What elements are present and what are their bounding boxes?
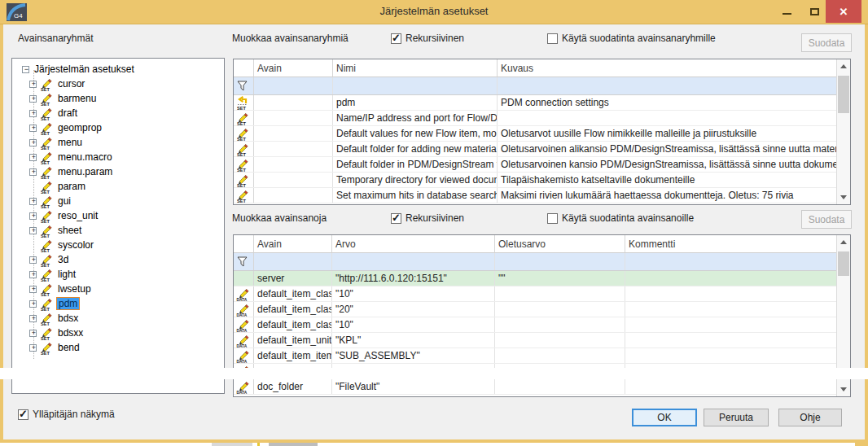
keywords-filter-button[interactable]: Suodata xyxy=(801,210,852,229)
column-header-kommentti[interactable]: Kommentti xyxy=(625,235,838,253)
table-row[interactable]: SETpdmPDM connection settings xyxy=(234,95,850,111)
set-pencil-icon: SET xyxy=(40,297,54,311)
expand-icon[interactable]: + xyxy=(29,315,37,322)
table-cell xyxy=(254,142,333,156)
tree-item-reso_unit[interactable]: + SETreso_unit xyxy=(12,208,224,223)
help-button[interactable]: Ohje xyxy=(778,409,842,426)
table-cell xyxy=(625,271,838,286)
groups-recursive-checkbox[interactable]: ✓ Rekursiivinen xyxy=(391,33,464,44)
table-row[interactable]: DATAdefault_item_unit"KPL" xyxy=(234,333,850,348)
tree-item-cursor[interactable]: + SETcursor xyxy=(12,77,224,91)
column-header-avain[interactable]: Avain xyxy=(254,59,333,77)
table-row[interactable]: DATAdefault_item_item..."SUB_ASSEMBLY" xyxy=(234,348,850,364)
expand-icon[interactable]: + xyxy=(29,286,37,293)
checkbox-box: ✓ xyxy=(391,33,401,44)
tree-item-light[interactable]: + SETlight xyxy=(12,267,224,282)
table-row[interactable]: DATAdoc_folder"FileVault" xyxy=(234,379,850,395)
filter-row[interactable] xyxy=(234,253,850,271)
table-row[interactable]: server"http://111.6.0.120:15151""" xyxy=(234,271,850,286)
keywords-filter-checkbox[interactable]: Käytä suodatinta avainsanoille xyxy=(547,213,694,224)
table-row[interactable]: SETDefault folder for adding new materia… xyxy=(234,142,850,157)
collapse-icon[interactable]: − xyxy=(22,66,29,73)
keywords-recursive-checkbox[interactable]: ✓ Rekursiivinen xyxy=(391,213,464,224)
scroll-down-icon[interactable] xyxy=(840,387,847,391)
table-row[interactable]: DATAdefault_item_class..."10" xyxy=(234,317,850,333)
table-cell: Default folder for adding new material i… xyxy=(333,142,498,156)
scroll-thumb[interactable] xyxy=(838,76,849,113)
expand-icon[interactable]: + xyxy=(29,198,37,205)
column-header-avain[interactable]: Avain xyxy=(254,235,332,253)
column-header-oletusarvo[interactable]: Oletusarvo xyxy=(495,235,625,253)
filter-row[interactable] xyxy=(234,77,850,95)
set-pencil-icon: SET xyxy=(40,165,54,179)
expand-icon[interactable]: + xyxy=(29,81,37,88)
icon-column-header[interactable] xyxy=(234,59,254,77)
keyword-group-tree[interactable]: − Järjestelmän asetukset + SETcursor+ SE… xyxy=(11,58,225,394)
minimize-button[interactable] xyxy=(774,0,800,23)
table-row[interactable]: DATAdefault_item_class..."20" xyxy=(234,302,850,317)
expand-icon[interactable]: + xyxy=(29,256,37,264)
tree-item-menu[interactable]: + SETmenu xyxy=(12,135,224,150)
table-cell: pdm xyxy=(333,95,498,110)
tree-item-pdm[interactable]: + SETpdm xyxy=(12,296,224,311)
close-button[interactable]: ✕ xyxy=(826,0,861,23)
scroll-up-icon[interactable] xyxy=(840,240,847,244)
svg-text:SET: SET xyxy=(237,106,246,111)
expand-icon[interactable]: + xyxy=(29,271,37,278)
table-row[interactable]: SETTemporary directory for viewed docume… xyxy=(234,173,850,188)
tree-item-menu.macro[interactable]: + SETmenu.macro xyxy=(12,150,224,164)
table-row[interactable]: DATAdefault_item_class..."10" xyxy=(234,286,850,302)
expand-icon[interactable]: + xyxy=(29,330,37,337)
data-pencil-icon: DATA xyxy=(236,318,251,332)
scroll-up-icon[interactable] xyxy=(840,64,847,68)
icon-column-header[interactable] xyxy=(234,235,254,253)
expand-icon[interactable]: + xyxy=(29,110,37,117)
tree-item-draft[interactable]: + SETdraft xyxy=(12,106,224,120)
table-cell xyxy=(254,188,333,203)
table-row[interactable]: SETDefault folder in PDM/DesignStream fo… xyxy=(234,157,850,173)
ok-button[interactable]: OK xyxy=(632,409,697,426)
scroll-thumb[interactable] xyxy=(838,251,849,276)
expand-icon[interactable]: + xyxy=(29,212,37,220)
groups-filter-button[interactable]: Suodata xyxy=(801,33,852,52)
expand-icon[interactable]: + xyxy=(29,139,37,146)
tree-item-bdsx[interactable]: + SETbdsx xyxy=(12,311,224,326)
keyword-groups-table[interactable]: AvainNimiKuvaus SETpdmPDM connection set… xyxy=(233,59,851,205)
tree-item-geomprop[interactable]: + SETgeomprop xyxy=(12,120,224,135)
tree-item-param[interactable]: SETparam xyxy=(12,179,224,194)
tree-root-item[interactable]: − Järjestelmän asetukset xyxy=(12,62,224,77)
vertical-scrollbar[interactable] xyxy=(836,59,850,204)
expand-icon[interactable]: + xyxy=(29,168,37,176)
set-pencil-icon: SET xyxy=(40,312,54,326)
expand-icon[interactable]: + xyxy=(29,344,37,352)
expand-icon[interactable]: + xyxy=(29,95,37,103)
tree-item-bdsxx[interactable]: + SETbdsxx xyxy=(12,326,224,340)
tree-item-lwsetup[interactable]: + SETlwsetup xyxy=(12,282,224,296)
column-header-arvo[interactable]: Arvo xyxy=(332,235,495,253)
table-row[interactable]: SETSet maximum hits in database search. … xyxy=(234,188,850,203)
expand-icon[interactable]: + xyxy=(29,154,37,161)
groups-filter-checkbox[interactable]: Käytä suodatinta avainsanaryhmille xyxy=(547,33,716,44)
maximize-button[interactable] xyxy=(801,0,827,23)
cancel-button[interactable]: Peruuta xyxy=(704,409,769,426)
tree-item-gui[interactable]: + SETgui xyxy=(12,194,224,208)
tree-item-3d[interactable]: + SET3d xyxy=(12,252,224,267)
scroll-down-icon[interactable] xyxy=(840,195,847,199)
expand-icon[interactable]: + xyxy=(29,300,37,308)
svg-text:SET: SET xyxy=(237,151,246,156)
tree-item-barmenu[interactable]: + SETbarmenu xyxy=(12,91,224,106)
table-cell: PDM connection settings xyxy=(498,95,838,110)
tree-item-sheet[interactable]: + SETsheet xyxy=(12,223,224,238)
set-pencil-icon: SET xyxy=(40,195,54,208)
expand-icon[interactable]: + xyxy=(29,227,37,234)
tree-item-menu.param[interactable]: + SETmenu.param xyxy=(12,164,224,179)
admin-view-checkbox[interactable]: ✓ Ylläpitäjän näkymä xyxy=(18,409,115,420)
tree-item-syscolor[interactable]: SETsyscolor xyxy=(12,238,224,252)
table-row[interactable]: SETName/IP address and port for Flow/De.… xyxy=(234,111,850,126)
table-row[interactable]: SETDefault values for new Flow item, mod… xyxy=(234,126,850,142)
expand-icon[interactable]: + xyxy=(29,125,37,132)
column-header-kuvaus[interactable]: Kuvaus xyxy=(498,59,838,77)
set-pencil-icon: SET xyxy=(40,180,54,194)
column-header-nimi[interactable]: Nimi xyxy=(333,59,498,77)
tree-item-bend[interactable]: + SETbend xyxy=(12,340,224,355)
